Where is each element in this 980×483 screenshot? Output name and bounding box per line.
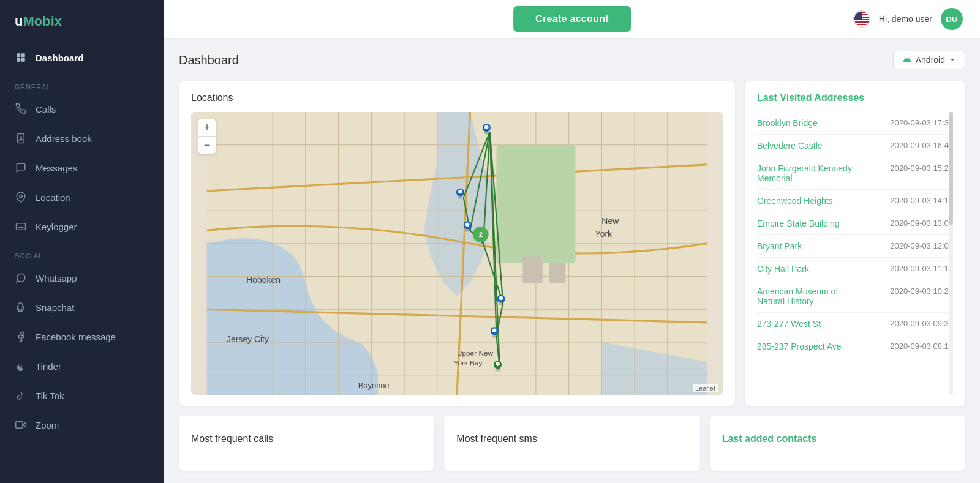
svg-point-64 [458, 190, 462, 193]
sidebar-item-location[interactable]: Location [0, 182, 164, 212]
address-time: 2020-09-03 09:35 [890, 319, 953, 328]
sidebar-item-tiktok-label: Tik Tok [36, 391, 64, 401]
zoom-in-button[interactable]: + [198, 119, 216, 137]
svg-rect-0 [17, 53, 20, 57]
svg-rect-1 [21, 53, 25, 57]
location-icon [15, 191, 27, 203]
svg-point-72 [492, 328, 496, 332]
tinder-icon [15, 360, 27, 372]
svg-rect-41 [522, 256, 542, 283]
address-time: 2020-09-03 14:15 [890, 196, 953, 205]
svg-point-63 [458, 197, 463, 199]
address-name: Greenwood Heights [757, 196, 833, 206]
address-item: City Hall Park 2020-09-03 11:15 [757, 258, 953, 280]
address-name: Empire State Building [757, 219, 840, 228]
svg-point-8 [20, 195, 23, 198]
logo: uMobix [0, 0, 164, 43]
most-frequent-sms-card: Most frequent sms [444, 416, 699, 471]
sidebar-item-keylogger[interactable]: Keylogger [0, 212, 164, 241]
map-pin-4: 2 [473, 227, 489, 242]
sidebar-item-snapchat[interactable]: Snapchat [0, 293, 164, 322]
platform-label: Android [916, 55, 945, 65]
sidebar-item-facebook[interactable]: Facebook message [0, 322, 164, 351]
platform-selector[interactable]: Android [893, 51, 965, 69]
address-name: Brooklyn Bridge [757, 118, 818, 128]
last-added-contacts-card: Last added contacts [710, 416, 965, 471]
svg-point-65 [465, 229, 470, 231]
address-item: Belvedere Castle 2020-09-03 16:45 [757, 135, 953, 157]
svg-text:Jersey City: Jersey City [227, 334, 269, 344]
svg-rect-3 [21, 58, 25, 62]
address-item: Brooklyn Bridge 2020-09-03 17:35 [757, 112, 953, 135]
svg-point-74 [496, 362, 499, 365]
address-item: 273-277 West St 2020-09-03 09:35 [757, 313, 953, 335]
keylogger-icon [15, 220, 27, 233]
address-item: Greenwood Heights 2020-09-03 14:15 [757, 190, 953, 212]
sidebar-item-tiktok[interactable]: Tik Tok [0, 381, 164, 410]
page-content: Dashboard Android Locations [164, 39, 980, 483]
svg-rect-16 [16, 422, 23, 429]
svg-text:Bayonne: Bayonne [358, 381, 390, 390]
svg-point-62 [484, 125, 488, 129]
address-name: John Fitzgerald Kennedy Memorial [757, 163, 867, 183]
svg-text:2: 2 [478, 230, 483, 239]
svg-rect-2 [17, 58, 20, 62]
general-section-label: GENERAL [0, 72, 164, 94]
svg-point-69 [499, 303, 504, 305]
android-icon [902, 55, 912, 65]
sidebar-item-address-book-label: Address book [36, 133, 92, 144]
address-item: American Museum of Natural History 2020-… [757, 280, 953, 313]
map-svg: Hoboken Jersey City New York Upper New Y… [191, 112, 723, 395]
facebook-icon [15, 331, 27, 343]
sidebar-item-messages-label: Messages [36, 163, 77, 173]
address-time: 2020-09-03 17:35 [890, 118, 953, 127]
topbar: Create account Hi, demo user DU [164, 0, 980, 39]
addresses-list[interactable]: Brooklyn Bridge 2020-09-03 17:35 Belvede… [757, 112, 953, 358]
svg-point-66 [466, 223, 469, 227]
sidebar-item-calls-label: Calls [36, 104, 56, 114]
svg-marker-15 [23, 422, 26, 427]
dashboard-icon [15, 51, 27, 64]
last-added-contacts-title: Last added contacts [722, 433, 953, 444]
sidebar-item-zoom-label: Zoom [36, 420, 59, 430]
sidebar-item-snapchat-label: Snapchat [36, 302, 74, 313]
sidebar-item-address-book[interactable]: Address book [0, 124, 164, 153]
page-title: Dashboard [179, 53, 239, 67]
create-account-button[interactable]: Create account [513, 6, 631, 32]
bottom-row: Most frequent calls Most frequent sms La… [179, 416, 965, 471]
svg-text:York: York [595, 229, 612, 239]
social-section-label: SOCIAL [0, 241, 164, 263]
last-visited-addresses-card: Last Visited Addresses Brooklyn Bridge 2… [745, 81, 965, 406]
main-cards-row: Locations [179, 81, 965, 406]
sidebar-item-tinder[interactable]: Tinder [0, 351, 164, 381]
sidebar-item-dashboard-label: Dashboard [36, 53, 83, 63]
sidebar-item-whatsapp[interactable]: Whatsapp [0, 263, 164, 293]
avatar[interactable]: DU [941, 8, 963, 30]
topbar-right: Hi, demo user DU [853, 8, 963, 30]
sidebar-item-location-label: Location [36, 192, 70, 203]
svg-rect-40 [496, 145, 575, 263]
sidebar-item-messages[interactable]: Messages [0, 153, 164, 182]
address-time: 2020-09-03 10:25 [890, 286, 953, 296]
address-time: 2020-09-03 12:05 [890, 241, 953, 250]
address-item: 285-237 Prospect Ave 2020-09-03 08:15 [757, 335, 953, 358]
sidebar-item-dashboard[interactable]: Dashboard [0, 43, 164, 72]
map-container[interactable]: Hoboken Jersey City New York Upper New Y… [191, 112, 723, 395]
sidebar-item-facebook-label: Facebook message [36, 332, 116, 342]
whatsapp-icon [15, 272, 27, 284]
address-time: 2020-09-03 08:15 [890, 342, 953, 351]
address-name: Belvedere Castle [757, 141, 823, 151]
user-greeting: Hi, demo user [879, 14, 932, 24]
language-flag[interactable] [853, 10, 870, 28]
sidebar-item-zoom[interactable]: Zoom [0, 410, 164, 440]
address-name: 273-277 West St [757, 319, 821, 329]
zoom-out-button[interactable]: − [198, 137, 216, 154]
locations-title: Locations [191, 92, 723, 103]
logo-suffix: Mobix [23, 13, 62, 29]
address-item: Empire State Building 2020-09-03 13:08 [757, 212, 953, 235]
topbar-center: Create account [513, 6, 631, 32]
address-item: John Fitzgerald Kennedy Memorial 2020-09… [757, 157, 953, 190]
svg-text:Hoboken: Hoboken [246, 275, 281, 285]
sidebar-item-calls[interactable]: Calls [0, 94, 164, 124]
svg-rect-42 [549, 263, 565, 283]
